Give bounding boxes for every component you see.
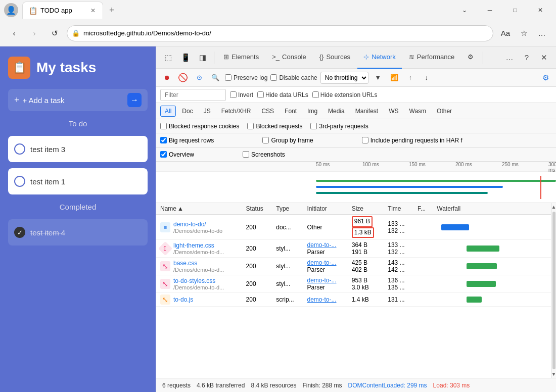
table-scrollbar[interactable]: ▲ ▼ bbox=[551, 203, 556, 378]
big-rows-input[interactable] bbox=[160, 137, 167, 143]
tab-close-button[interactable]: ✕ bbox=[89, 6, 97, 15]
minimize-button[interactable]: ─ bbox=[478, 2, 501, 18]
preserve-log-input[interactable] bbox=[225, 74, 231, 81]
new-tab-button[interactable]: + bbox=[105, 3, 119, 18]
filter-toggle-button[interactable]: ⊙ bbox=[193, 71, 206, 84]
hide-extension-urls-input[interactable] bbox=[312, 91, 319, 98]
active-tab[interactable]: 📋 TODO app ✕ bbox=[22, 2, 103, 19]
name-sort[interactable]: Name ▲ bbox=[160, 205, 238, 212]
type-filter-other[interactable]: Other bbox=[432, 106, 456, 117]
maximize-button[interactable]: □ bbox=[503, 2, 527, 18]
read-mode-button[interactable]: Aa bbox=[497, 25, 514, 41]
tab-settings[interactable]: ⚙ bbox=[461, 46, 480, 69]
tab-elements[interactable]: ⊞ Elements bbox=[217, 46, 265, 69]
upload-button[interactable]: ↑ bbox=[404, 71, 417, 84]
type-filter-font[interactable]: Font bbox=[280, 106, 301, 117]
devtools-close-button[interactable]: ✕ bbox=[536, 50, 552, 66]
task-item-4[interactable]: ✓ test item 4 bbox=[8, 219, 148, 246]
table-row[interactable]: ⤡ light-theme.css /Demos/demo-to-d... 20… bbox=[156, 240, 551, 258]
search-button[interactable]: 🔍 bbox=[209, 71, 222, 84]
close-button[interactable]: ✕ bbox=[529, 2, 552, 18]
invert-checkbox[interactable]: Invert bbox=[230, 91, 253, 99]
th-time[interactable]: Time bbox=[384, 203, 413, 215]
inspect-element-button[interactable]: ⬚ bbox=[160, 50, 176, 66]
task-3-checkbox[interactable] bbox=[14, 143, 25, 155]
help-button[interactable]: ? bbox=[519, 50, 535, 66]
scroll-up-arrow[interactable]: ▲ bbox=[551, 204, 556, 210]
screenshots-input[interactable] bbox=[243, 151, 249, 158]
initiator-link-3[interactable]: demo-to-... bbox=[307, 259, 336, 266]
throttling-dropdown[interactable]: ▼ bbox=[372, 71, 385, 84]
type-filter-manifest[interactable]: Manifest bbox=[351, 106, 383, 117]
address-input[interactable] bbox=[67, 25, 493, 41]
type-filter-wasm[interactable]: Wasm bbox=[405, 106, 431, 117]
type-filter-img[interactable]: Img bbox=[303, 106, 322, 117]
hide-data-urls-checkbox[interactable]: Hide data URLs bbox=[257, 91, 308, 99]
tab-sources[interactable]: {} Sources bbox=[313, 46, 356, 69]
more-tools-button[interactable]: … bbox=[501, 50, 518, 66]
throttling-select[interactable]: No throttling bbox=[320, 72, 368, 84]
th-f[interactable]: F... bbox=[413, 203, 433, 215]
network-table-wrap[interactable]: Name ▲ Status Type Initiator Size Time F… bbox=[156, 203, 551, 378]
disable-cache-checkbox[interactable]: Disable cache bbox=[270, 74, 317, 81]
type-filter-media[interactable]: Media bbox=[323, 106, 349, 117]
type-filter-all[interactable]: All bbox=[160, 106, 176, 117]
profile-icon[interactable]: 👤 bbox=[4, 3, 18, 17]
th-size[interactable]: Size bbox=[348, 203, 384, 215]
sidebar-toggle-button[interactable]: ◨ bbox=[195, 50, 211, 66]
third-party-checkbox[interactable]: 3rd-party requests bbox=[310, 123, 368, 130]
filter-input[interactable] bbox=[160, 89, 226, 101]
initiator-link-5[interactable]: demo-to-... bbox=[307, 296, 336, 303]
big-rows-checkbox[interactable]: Big request rows bbox=[160, 137, 214, 144]
task-item-3[interactable]: test item 3 bbox=[8, 136, 148, 162]
th-type[interactable]: Type bbox=[272, 203, 303, 215]
record-button[interactable]: ⏺ bbox=[160, 71, 173, 84]
back-button[interactable]: ‹ bbox=[6, 25, 22, 41]
group-by-frame-checkbox[interactable]: Group by frame bbox=[262, 137, 313, 144]
type-filter-css[interactable]: CSS bbox=[257, 106, 279, 117]
refresh-button[interactable]: ↺ bbox=[47, 25, 63, 41]
add-task-button[interactable]: + + Add a task → bbox=[8, 89, 148, 111]
scroll-thumb[interactable] bbox=[552, 212, 555, 369]
preserve-log-checkbox[interactable]: Preserve log bbox=[225, 74, 267, 81]
clear-button[interactable]: 🚫 bbox=[176, 71, 190, 84]
table-row[interactable]: ≡ demo-to-do/ /Demos/demo-to-do 200 doc.… bbox=[156, 215, 551, 240]
include-pending-input[interactable] bbox=[362, 137, 368, 143]
initiator-link-2[interactable]: demo-to-... bbox=[307, 241, 336, 249]
task-item-1[interactable]: test item 1 bbox=[8, 168, 148, 194]
type-filter-js[interactable]: JS bbox=[199, 106, 215, 117]
profile-dropdown[interactable]: ⌄ bbox=[453, 2, 476, 18]
th-status[interactable]: Status bbox=[242, 203, 272, 215]
invert-input[interactable] bbox=[230, 91, 237, 98]
network-settings-button[interactable]: ⚙ bbox=[539, 71, 552, 84]
th-initiator[interactable]: Initiator bbox=[303, 203, 347, 215]
tab-network[interactable]: ⊹ Network bbox=[357, 46, 402, 69]
task-4-checkbox[interactable]: ✓ bbox=[14, 227, 25, 238]
wifi-icon-button[interactable]: 📶 bbox=[388, 71, 401, 84]
tab-console[interactable]: >_ Console bbox=[266, 46, 312, 69]
group-by-frame-input[interactable] bbox=[262, 137, 269, 143]
blocked-cookies-input[interactable] bbox=[160, 123, 167, 129]
screenshots-checkbox[interactable]: Screenshots bbox=[243, 151, 285, 158]
favorites-button[interactable]: ☆ bbox=[516, 25, 532, 41]
th-name[interactable]: Name ▲ bbox=[156, 203, 242, 215]
scroll-down-arrow[interactable]: ▼ bbox=[551, 371, 556, 377]
overview-input[interactable] bbox=[160, 151, 167, 158]
blocked-requests-checkbox[interactable]: Blocked requests bbox=[247, 123, 302, 130]
disable-cache-input[interactable] bbox=[270, 74, 277, 81]
type-filter-doc[interactable]: Doc bbox=[177, 106, 197, 117]
include-pending-checkbox[interactable]: Include pending requests in HAR f bbox=[362, 137, 462, 144]
th-waterfall[interactable]: Waterfall bbox=[433, 203, 551, 215]
forward-button[interactable]: › bbox=[26, 25, 42, 41]
device-emulation-button[interactable]: 📱 bbox=[177, 50, 194, 66]
browser-more-button[interactable]: … bbox=[534, 25, 550, 41]
blocked-requests-input[interactable] bbox=[247, 123, 254, 129]
download-button[interactable]: ↓ bbox=[420, 71, 433, 84]
hide-extension-urls-checkbox[interactable]: Hide extension URLs bbox=[312, 91, 378, 99]
tab-performance[interactable]: ≋ Performance bbox=[403, 46, 460, 69]
overview-checkbox[interactable]: Overview bbox=[160, 151, 194, 158]
task-1-checkbox[interactable] bbox=[14, 176, 25, 187]
table-row[interactable]: ⤡ to-do.js 200 scrip... demo-to-. bbox=[156, 293, 551, 307]
type-filter-fetch-xhr[interactable]: Fetch/XHR bbox=[217, 106, 256, 117]
blocked-cookies-checkbox[interactable]: Blocked response cookies bbox=[160, 123, 239, 130]
